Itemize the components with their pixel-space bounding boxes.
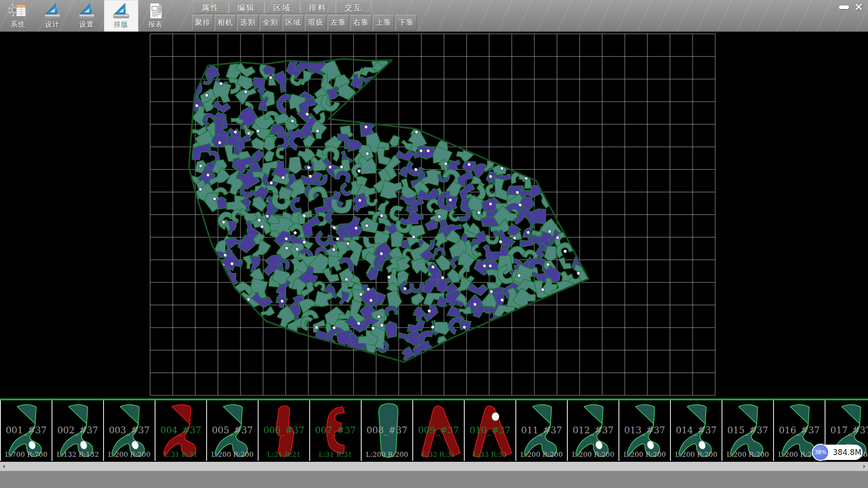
piece-cell-007_#37[interactable]: 007_#37L:31 R:31 — [310, 400, 362, 461]
piece-thumbnail — [516, 400, 567, 461]
tool-button-上靠[interactable]: 上靠 — [373, 15, 394, 31]
main-button-报表[interactable]: 报表 — [138, 0, 173, 32]
close-button[interactable]: ✕ — [851, 1, 866, 14]
tool-row: 聚排相机选割全割区域瑕疵左靠右靠上靠下靠 — [192, 15, 418, 31]
piece-thumbnail — [52, 400, 103, 461]
nested-piece — [410, 283, 424, 293]
nested-piece — [435, 334, 450, 349]
piece-thumbnail — [259, 400, 309, 461]
nesting-svg — [0, 32, 868, 399]
memory-usage-label: 384.8M — [833, 448, 861, 457]
pieces-strip: 001_#37L:700 R:700002_#37L:132 R:132003_… — [0, 399, 868, 462]
tool-button-右靠[interactable]: 右靠 — [350, 15, 372, 31]
piece-thumbnail — [465, 400, 515, 461]
nested-piece — [300, 70, 312, 86]
piece-thumbnail — [1, 400, 52, 461]
main-button-label: 设计 — [45, 20, 60, 29]
report-icon — [146, 2, 165, 20]
piece-cell-006_#37[interactable]: 006_#37L:21 R:21 — [259, 400, 310, 461]
nesting-canvas[interactable] — [0, 32, 868, 399]
scroll-left-arrow[interactable]: ‹ — [0, 462, 8, 471]
nested-piece — [434, 247, 445, 255]
piece-cell-008_#37[interactable]: 008_#37L:200 R:200 — [362, 400, 413, 461]
tool-button-下靠[interactable]: 下靠 — [396, 15, 417, 31]
tool-button-瑕疵[interactable]: 瑕疵 — [305, 15, 326, 31]
minimize-button[interactable] — [836, 1, 851, 14]
tool-button-区域[interactable]: 区域 — [283, 15, 304, 31]
nested-piece — [289, 157, 302, 174]
piece-cell-005_#37[interactable]: 005_#37L:200 R:200 — [207, 400, 259, 461]
nested-piece — [528, 181, 551, 200]
pieces-list: 001_#37L:700 R:700002_#37L:132 R:132003_… — [0, 400, 868, 461]
piece-cell-009_#37[interactable]: 009_#37L:32 R:31 — [413, 400, 465, 461]
nested-piece — [276, 147, 284, 159]
close-icon: ✕ — [854, 1, 863, 14]
tool-button-聚排[interactable]: 聚排 — [192, 15, 213, 31]
minimize-icon — [839, 5, 849, 9]
set-square-icon — [77, 2, 97, 20]
gear-table-icon — [8, 2, 28, 20]
piece-thumbnail — [362, 400, 412, 461]
nested-piece — [559, 256, 572, 271]
piece-cell-012_#37[interactable]: 012_#37L:200 R:200 — [568, 400, 619, 461]
memory-badge: 38% 384.8M — [814, 445, 863, 460]
nested-piece — [328, 256, 341, 271]
main-button-设置[interactable]: 设置 — [70, 0, 104, 32]
toolbar: 系统设计设置排版报表 属性编辑区域排料交互 聚排相机选割全割区域瑕疵左靠右靠上靠… — [0, 0, 868, 32]
piece-thumbnail — [722, 400, 773, 461]
tool-button-选割[interactable]: 选割 — [237, 15, 259, 31]
piece-cell-011_#37[interactable]: 011_#37L:200 R:200 — [516, 400, 568, 461]
menu-button-排料[interactable]: 排料 — [300, 1, 336, 14]
piece-cell-004_#37[interactable]: 004_#37L:31 R:31 — [156, 400, 207, 461]
set-square-icon — [111, 2, 131, 20]
tool-button-相机[interactable]: 相机 — [215, 15, 236, 31]
main-button-label: 系统 — [11, 20, 25, 29]
piece-cell-001_#37[interactable]: 001_#37L:700 R:700 — [1, 400, 52, 461]
piece-thumbnail — [207, 400, 258, 461]
menu-button-属性[interactable]: 属性 — [193, 1, 229, 14]
menu-button-编辑[interactable]: 编辑 — [229, 1, 264, 14]
main-button-系统[interactable]: 系统 — [1, 0, 35, 32]
set-square-icon — [42, 2, 62, 20]
nested-pieces — [186, 47, 596, 362]
main-icon-buttons: 系统设计设置排版报表 — [1, 0, 173, 32]
nested-piece — [486, 235, 499, 244]
main-button-设计[interactable]: 设计 — [35, 0, 70, 32]
status-bar — [0, 471, 868, 488]
piece-thumbnail — [619, 400, 670, 461]
menu-button-区域[interactable]: 区域 — [264, 1, 300, 14]
piece-thumbnail — [156, 400, 206, 461]
piece-thumbnail — [413, 400, 464, 461]
piece-cell-010_#37[interactable]: 010_#37L:33 R:33 — [465, 400, 516, 461]
scroll-right-arrow[interactable]: › — [860, 462, 868, 471]
nested-piece — [384, 321, 398, 338]
piece-cell-003_#37[interactable]: 003_#37L:200 R:200 — [104, 400, 156, 461]
horizontal-scrollbar[interactable]: ‹ › — [0, 462, 868, 471]
tool-button-左靠[interactable]: 左靠 — [328, 15, 349, 31]
piece-thumbnail — [568, 400, 618, 461]
piece-cell-013_#37[interactable]: 013_#37L:200 R:200 — [619, 400, 671, 461]
piece-cell-014_#37[interactable]: 014_#37L:200 R:200 — [671, 400, 722, 461]
main-button-label: 设置 — [80, 20, 94, 29]
menu-row: 属性编辑区域排料交互 — [193, 1, 372, 14]
nested-piece — [409, 292, 425, 307]
main-button-label: 报表 — [148, 20, 163, 29]
nested-piece — [388, 134, 401, 148]
menu-button-交互[interactable]: 交互 — [336, 1, 372, 14]
piece-cell-015_#37[interactable]: 015_#37L:200 R:200 — [722, 400, 774, 461]
window-controls: ✕ — [836, 1, 866, 14]
nested-piece — [289, 197, 302, 214]
piece-thumbnail — [104, 400, 155, 461]
main-button-排版[interactable]: 排版 — [104, 0, 138, 32]
piece-thumbnail — [310, 400, 361, 461]
tool-button-全割[interactable]: 全割 — [260, 15, 281, 31]
piece-thumbnail — [671, 400, 722, 461]
main-button-label: 排版 — [114, 20, 128, 29]
memory-percent-indicator: 38% — [812, 444, 829, 461]
piece-cell-002_#37[interactable]: 002_#37L:132 R:132 — [52, 400, 104, 461]
